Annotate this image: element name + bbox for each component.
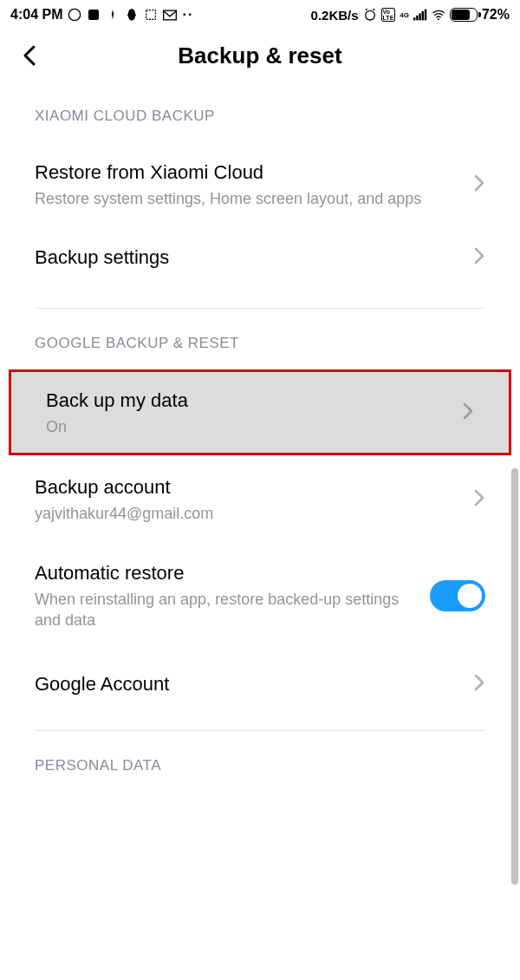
backup-my-data-title: Back up my data bbox=[46, 388, 452, 415]
back-button[interactable] bbox=[17, 43, 42, 68]
svg-rect-7 bbox=[419, 13, 420, 20]
screenshot-icon bbox=[144, 8, 158, 22]
automatic-restore-title: Automatic restore bbox=[35, 560, 419, 587]
backup-my-data-subtitle: On bbox=[46, 416, 452, 437]
svg-rect-5 bbox=[413, 17, 415, 20]
svg-rect-6 bbox=[416, 16, 418, 21]
section-header-personal: PERSONAL DATA bbox=[0, 748, 520, 783]
signal-icon bbox=[413, 8, 427, 22]
backup-my-data-item[interactable]: Back up my data On bbox=[9, 369, 511, 455]
tiktok-icon bbox=[106, 8, 120, 22]
gmail-icon bbox=[163, 8, 177, 22]
chevron-right-icon bbox=[462, 402, 474, 424]
divider bbox=[35, 730, 485, 731]
network-4g-icon: 4G bbox=[400, 8, 409, 22]
svg-point-4 bbox=[365, 10, 374, 20]
backup-settings-title: Backup settings bbox=[35, 245, 463, 271]
google-account-title: Google Account bbox=[35, 671, 463, 698]
svg-rect-9 bbox=[425, 10, 426, 21]
wifi-icon bbox=[432, 8, 445, 22]
google-account-item[interactable]: Google Account bbox=[0, 647, 520, 714]
chevron-right-icon bbox=[473, 173, 485, 196]
battery-icon bbox=[450, 8, 478, 22]
chevron-right-icon bbox=[473, 673, 485, 696]
backup-account-subtitle: yajvithakur44@gmail.com bbox=[35, 503, 463, 524]
backup-account-item[interactable]: Backup account yajvithakur44@gmail.com bbox=[0, 455, 520, 539]
data-rate: 0.2KB/s bbox=[311, 8, 359, 23]
status-bar: 4:04 PM ·· 0.2KB/s VoLTE 4G bbox=[0, 0, 520, 29]
header: Backup & reset bbox=[0, 29, 520, 87]
status-right: 0.2KB/s VoLTE 4G 72% bbox=[311, 7, 510, 23]
status-time: 4:04 PM bbox=[10, 7, 62, 23]
scroll-indicator[interactable] bbox=[511, 468, 518, 885]
whatsapp-icon bbox=[68, 8, 81, 22]
section-header-xiaomi: XIAOMI CLOUD BACKUP bbox=[0, 87, 520, 134]
battery-percent: 72% bbox=[482, 7, 510, 23]
automatic-restore-toggle[interactable] bbox=[430, 580, 485, 611]
svg-rect-1 bbox=[88, 10, 99, 20]
back-icon bbox=[22, 43, 37, 68]
restore-xiaomi-title: Restore from Xiaomi Cloud bbox=[35, 160, 463, 186]
svg-point-0 bbox=[69, 9, 81, 20]
chevron-right-icon bbox=[473, 488, 485, 511]
svg-rect-2 bbox=[146, 10, 156, 20]
snapchat-icon bbox=[125, 8, 139, 22]
automatic-restore-item[interactable]: Automatic restore When reinstalling an a… bbox=[0, 539, 520, 646]
automatic-restore-subtitle: When reinstalling an app, restore backed… bbox=[35, 589, 419, 631]
section-header-google: GOOGLE BACKUP & RESET bbox=[0, 326, 520, 361]
svg-rect-3 bbox=[164, 10, 177, 20]
chevron-right-icon bbox=[473, 246, 485, 269]
app-icon bbox=[87, 8, 101, 22]
svg-point-10 bbox=[438, 18, 439, 20]
more-icon: ·· bbox=[182, 7, 193, 23]
backup-account-title: Backup account bbox=[35, 474, 463, 501]
alarm-icon bbox=[363, 8, 377, 22]
divider bbox=[35, 308, 485, 309]
restore-xiaomi-cloud-item[interactable]: Restore from Xiaomi Cloud Restore system… bbox=[0, 134, 520, 225]
svg-rect-8 bbox=[422, 11, 424, 20]
status-left: 4:04 PM ·· bbox=[10, 7, 193, 23]
volte-icon: VoLTE bbox=[381, 8, 396, 22]
restore-xiaomi-subtitle: Restore system settings, Home screen lay… bbox=[35, 188, 463, 209]
backup-settings-item[interactable]: Backup settings bbox=[0, 225, 520, 291]
page-title: Backup & reset bbox=[178, 42, 341, 69]
